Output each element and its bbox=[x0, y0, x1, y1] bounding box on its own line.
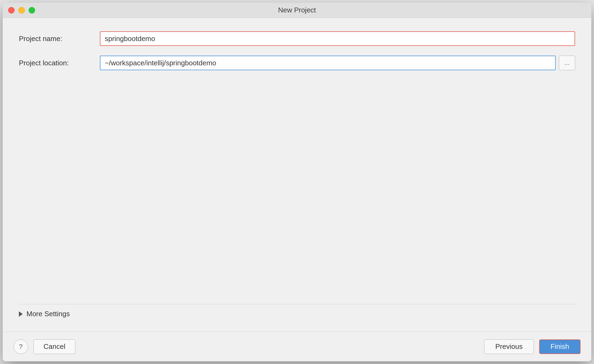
previous-button[interactable]: Previous bbox=[484, 339, 534, 354]
form-section: Project name: Project location: ... bbox=[19, 31, 575, 70]
project-name-input-wrapper bbox=[100, 31, 575, 46]
project-location-label: Project location: bbox=[19, 59, 94, 67]
project-name-input[interactable] bbox=[100, 31, 575, 46]
finish-button[interactable]: Finish bbox=[539, 339, 580, 354]
footer-left: ? Cancel bbox=[14, 339, 75, 354]
new-project-dialog: New Project Project name: Project locati… bbox=[3, 3, 591, 361]
dialog-title: New Project bbox=[278, 6, 316, 14]
project-name-row: Project name: bbox=[19, 31, 575, 46]
browse-button[interactable]: ... bbox=[559, 56, 575, 70]
project-location-input[interactable] bbox=[100, 56, 556, 70]
location-input-wrapper bbox=[100, 56, 556, 70]
close-button[interactable] bbox=[8, 7, 15, 14]
minimize-button[interactable] bbox=[18, 7, 25, 14]
content-spacer bbox=[19, 70, 575, 304]
dialog-content: Project name: Project location: ... bbox=[3, 18, 591, 332]
footer-right: Previous Finish bbox=[484, 339, 580, 354]
project-name-label: Project name: bbox=[19, 35, 94, 43]
maximize-button[interactable] bbox=[29, 7, 35, 14]
traffic-lights bbox=[8, 7, 35, 14]
more-settings-arrow-icon bbox=[19, 311, 23, 317]
title-bar: New Project bbox=[3, 3, 591, 18]
dialog-footer: ? Cancel Previous Finish bbox=[3, 332, 591, 361]
more-settings-label: More Settings bbox=[26, 310, 70, 318]
cancel-button[interactable]: Cancel bbox=[33, 339, 75, 354]
location-row: ... bbox=[100, 56, 575, 70]
project-location-row: Project location: ... bbox=[19, 56, 575, 70]
more-settings-row[interactable]: More Settings bbox=[19, 304, 575, 323]
help-button[interactable]: ? bbox=[14, 339, 28, 354]
